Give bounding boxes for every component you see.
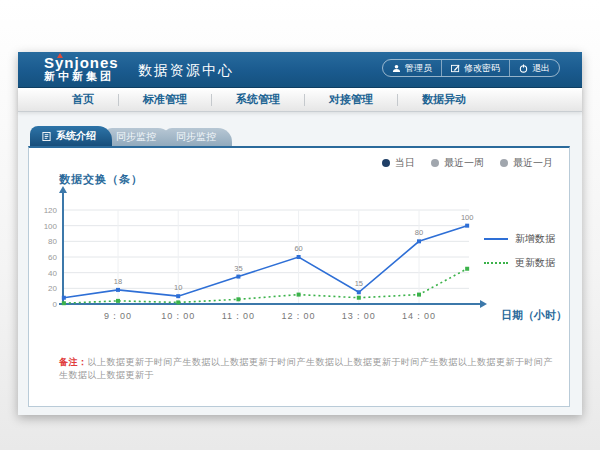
legend-item-new-data[interactable]: 新增数据 [484, 232, 555, 246]
svg-text:20: 20 [48, 284, 57, 293]
logo-company-name: 新中新集团 [44, 71, 119, 83]
document-icon [42, 132, 51, 141]
nav-item-home[interactable]: 首页 [48, 92, 118, 107]
footnote-text: 以上数据更新于时间产生数据以上数据更新于时间产生数据以上数据更新于时间产生数据以… [59, 357, 553, 380]
svg-text:10：00: 10：00 [161, 311, 195, 321]
logout-button[interactable]: 退出 [509, 60, 559, 76]
svg-text:40: 40 [48, 269, 57, 278]
svg-text:35: 35 [234, 264, 242, 273]
footnote: 备注：以上数据更新于时间产生数据以上数据更新于时间产生数据以上数据更新于时间产生… [59, 356, 553, 382]
company-logo: Synjones 新中新集团 [44, 55, 119, 82]
legend-item-update-data[interactable]: 更新数据 [484, 256, 555, 270]
svg-text:80: 80 [48, 237, 57, 246]
svg-text:12：00: 12：00 [282, 311, 316, 321]
power-icon [519, 64, 528, 73]
svg-text:60: 60 [48, 253, 57, 262]
svg-text:15: 15 [355, 279, 363, 288]
solid-line-icon [484, 238, 508, 240]
x-axis-title: 日期（小时） [501, 308, 567, 323]
tab-sync-monitor-1[interactable]: 同步监控 [104, 128, 172, 146]
tab-sync-monitor-2[interactable]: 同步监控 [164, 128, 232, 146]
svg-text:80: 80 [415, 228, 423, 237]
series-legend: 新增数据 更新数据 [484, 232, 555, 270]
content-panel: 当日 最近一周 最近一月 数据交换（条） 0204060801001209：00… [28, 146, 570, 407]
svg-text:0: 0 [53, 300, 58, 309]
svg-text:60: 60 [294, 244, 302, 253]
nav-item-interface-mgmt[interactable]: 对接管理 [305, 92, 397, 107]
app-header: Synjones 新中新集团 数据资源中心 管理员 修改密码 退出 [18, 52, 582, 88]
change-password-button[interactable]: 修改密码 [441, 60, 509, 76]
dotted-line-icon [484, 262, 508, 264]
edit-icon [451, 64, 460, 73]
main-nav: 首页 标准管理 系统管理 对接管理 数据异动 [18, 88, 582, 112]
svg-text:10: 10 [174, 283, 182, 292]
tab-system-intro[interactable]: 系统介绍 [30, 126, 112, 146]
page-title: 数据资源中心 [138, 62, 234, 80]
logo-brand: Synjones [44, 54, 119, 71]
user-icon [392, 64, 401, 73]
svg-text:9：00: 9：00 [104, 311, 132, 321]
nav-item-standard-mgmt[interactable]: 标准管理 [119, 92, 211, 107]
svg-text:11：00: 11：00 [222, 311, 255, 321]
nav-item-system-mgmt[interactable]: 系统管理 [212, 92, 304, 107]
app-window: Synjones 新中新集团 数据资源中心 管理员 修改密码 退出 首页 标准管… [18, 52, 582, 415]
nav-item-data-change[interactable]: 数据异动 [398, 92, 490, 107]
header-actions: 管理员 修改密码 退出 [382, 59, 560, 77]
svg-text:100: 100 [461, 213, 474, 222]
svg-text:14：00: 14：00 [402, 311, 436, 321]
svg-text:13：00: 13：00 [342, 311, 376, 321]
logo-spark-icon [57, 53, 63, 58]
footnote-label: 备注： [59, 357, 88, 367]
user-button[interactable]: 管理员 [383, 60, 441, 76]
svg-text:100: 100 [44, 222, 58, 231]
tab-bar: 系统介绍 同步监控 同步监控 [30, 126, 232, 146]
svg-text:120: 120 [44, 206, 58, 215]
svg-text:18: 18 [114, 277, 122, 286]
